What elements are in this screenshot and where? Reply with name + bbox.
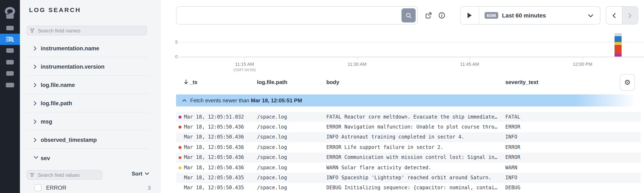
log-row[interactable]: Mar 18, 12:05:50.436 /space.log INFO Ast… xyxy=(176,132,641,142)
log-timestamp: Mar 18, 12:05:50.436 xyxy=(184,144,254,150)
field-name-label: observed_timestamp xyxy=(41,137,97,143)
time-range-badge: 60M xyxy=(484,12,498,19)
chevron-right-icon xyxy=(34,46,38,50)
log-row[interactable]: Mar 18, 12:05:51.032 /space.log FATAL Re… xyxy=(176,112,641,122)
column-header-ts[interactable]: _ts xyxy=(184,79,198,85)
sidebar-field-item-log-file-name[interactable]: log.file.name xyxy=(20,76,161,94)
search-field-names-input[interactable] xyxy=(37,27,144,34)
log-body: INFO Astronaut training completed in sec… xyxy=(326,134,503,140)
rail-item-log-search-active[interactable] xyxy=(0,34,20,45)
histogram-bar-segment-error[interactable] xyxy=(614,45,622,54)
x-axis-tick xyxy=(470,57,470,60)
chart-gridline xyxy=(179,42,644,42)
chevron-down-icon[interactable] xyxy=(588,14,593,18)
chevron-left-icon xyxy=(612,13,616,18)
log-row[interactable]: Mar 18, 12:05:50.435 /space.log DEBUG In… xyxy=(176,183,641,193)
chevron-up-icon xyxy=(182,99,186,102)
log-severity: FATAL xyxy=(505,114,555,120)
next-range-button[interactable] xyxy=(622,7,638,24)
sort-dropdown[interactable]: Sort xyxy=(132,170,149,177)
histogram-bar-segment-debug[interactable] xyxy=(614,33,622,36)
severity-dot xyxy=(178,156,181,159)
histogram-bar-segment-fatal[interactable] xyxy=(614,54,622,57)
rail-item-icon[interactable] xyxy=(6,83,14,87)
previous-range-button[interactable] xyxy=(606,7,622,24)
log-timestamp: Mar 18, 12:05:51.032 xyxy=(184,114,254,120)
log-body: ERROR Communication with mission control… xyxy=(326,154,503,160)
column-label: severity_text xyxy=(505,79,538,85)
log-row[interactable]: Mar 18, 12:05:50.436 /space.log ERROR Na… xyxy=(176,122,641,132)
live-play-button[interactable] xyxy=(460,7,479,24)
open-external-icon[interactable] xyxy=(425,12,432,19)
fetch-newer-banner[interactable]: Fetch events newer than Mar 18, 12:05:51… xyxy=(176,94,641,106)
sidebar-field-item-instrumentation-name[interactable]: instrumentation.name xyxy=(20,39,161,57)
x-axis-tick-label: 11:30 AM xyxy=(338,62,376,67)
page-title: LOG SEARCH xyxy=(29,6,81,13)
sidebar-field-item-instrumentation-version[interactable]: instrumentation.version xyxy=(20,57,161,76)
log-file-path: /space.log xyxy=(257,134,319,140)
column-header-log-file-path[interactable]: log.file.path xyxy=(257,79,287,85)
filter-icon xyxy=(30,28,34,33)
severity-dot xyxy=(178,166,181,169)
log-timestamp: Mar 18, 12:05:50.436 xyxy=(184,164,254,170)
field-name-label: log.file.path xyxy=(41,100,72,106)
histogram-bar-segment-info[interactable] xyxy=(614,36,622,42)
rail-item-icon[interactable] xyxy=(6,14,14,19)
error-checkbox[interactable] xyxy=(34,184,42,191)
info-icon[interactable] xyxy=(438,12,445,19)
log-body: INFO Spaceship 'Lightstep' reached orbit… xyxy=(326,175,503,180)
banner-text: Fetch events newer than Mar 18, 12:05:51… xyxy=(190,97,302,104)
sidebar-field-item-msg[interactable]: msg xyxy=(20,112,161,131)
log-timestamp: Mar 18, 12:05:50.435 xyxy=(184,175,254,180)
log-severity: DEBUG xyxy=(505,185,555,191)
log-severity: ERROR xyxy=(505,154,555,160)
log-table-body: Mar 18, 12:05:51.032 /space.log FATAL Re… xyxy=(176,112,641,193)
chart-gridline xyxy=(179,57,644,57)
log-row[interactable]: Mar 18, 12:05:50.436 /space.log WARN Sol… xyxy=(176,163,641,173)
severity-dot xyxy=(178,126,181,128)
rail-item-icon[interactable] xyxy=(6,60,14,65)
sidebar-field-item-log-file-path[interactable]: log.file.path xyxy=(20,94,161,112)
severity-dot xyxy=(178,146,181,149)
sort-label: Sort xyxy=(132,170,142,177)
rail-item-icon[interactable] xyxy=(6,71,14,76)
query-search-box xyxy=(176,6,418,25)
run-search-button[interactable] xyxy=(402,8,416,23)
log-severity: INFO xyxy=(505,134,555,140)
rail-item-icon[interactable] xyxy=(6,26,14,30)
filter-icon xyxy=(30,172,34,177)
x-axis-tick xyxy=(357,57,358,60)
log-severity: INFO xyxy=(505,175,555,180)
x-axis-tick xyxy=(582,57,583,60)
log-timestamp: Mar 18, 12:05:50.436 xyxy=(184,124,254,130)
column-header-body[interactable]: body xyxy=(326,79,339,85)
sidebar-field-item-observed-timestamp[interactable]: observed_timestamp xyxy=(20,131,161,149)
table-settings-button[interactable]: ⚙ xyxy=(620,74,635,91)
left-icon-rail xyxy=(0,0,20,193)
query-input[interactable] xyxy=(180,8,398,24)
chevron-right-icon xyxy=(34,138,38,142)
error-value-count: 3 xyxy=(148,185,151,191)
log-row[interactable]: Mar 18, 12:05:50.436 /space.log ERROR Li… xyxy=(176,142,641,152)
chevron-down-icon xyxy=(34,156,38,160)
banner-prefix: Fetch events newer than xyxy=(190,97,249,104)
chevron-right-icon xyxy=(34,65,38,69)
log-file-path: /space.log xyxy=(257,144,319,150)
field-name-label: msg xyxy=(41,118,52,125)
search-field-values-input[interactable] xyxy=(37,171,99,178)
time-range-label[interactable]: Last 60 minutes xyxy=(502,12,546,19)
time-pager xyxy=(606,6,638,25)
column-header-severity-text[interactable]: severity_text xyxy=(505,79,538,85)
chevron-right-icon xyxy=(628,13,632,18)
field-value-search[interactable] xyxy=(26,170,102,180)
rail-item-icon[interactable] xyxy=(6,48,14,53)
sidebar-field-item-sev[interactable]: sev xyxy=(20,149,161,167)
log-file-path: /space.log xyxy=(257,154,319,160)
log-row[interactable]: Mar 18, 12:05:50.436 /space.log ERROR Co… xyxy=(176,152,641,163)
field-name-search[interactable] xyxy=(26,26,147,35)
histogram-bar-segment-warn[interactable] xyxy=(614,42,622,45)
timezone-note: (GMT-04:00) xyxy=(222,67,268,72)
error-value-label: ERROR xyxy=(46,185,66,191)
log-row[interactable]: Mar 18, 12:05:50.435 /space.log INFO Spa… xyxy=(176,173,641,183)
log-file-path: /space.log xyxy=(257,185,319,191)
